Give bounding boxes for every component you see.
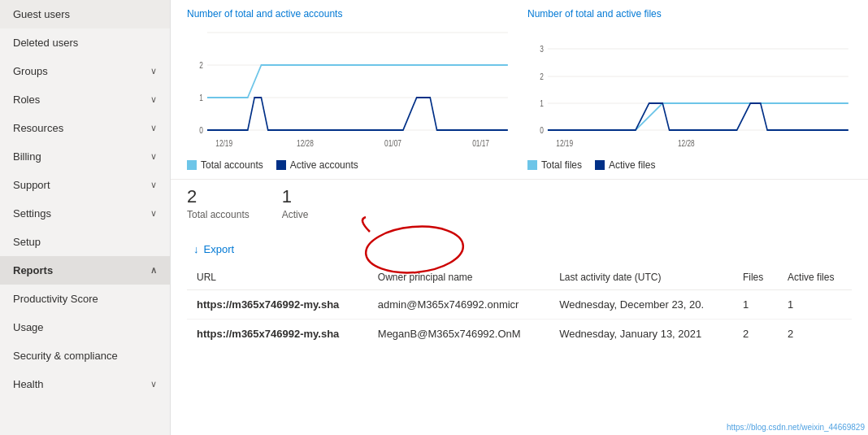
chevron-down-icon: ∨ (150, 208, 157, 219)
chevron-down-icon: ∨ (150, 379, 157, 389)
sidebar-item-label: Reports (13, 264, 53, 276)
sidebar-item-guest-users[interactable]: Guest users (0, 0, 170, 28)
data-table: URL Owner principal name Last activity d… (187, 265, 852, 348)
svg-text:0: 0 (199, 126, 203, 135)
right-chart-legend: Total files Active files (527, 159, 852, 171)
col-header-owner: Owner principal name (368, 265, 549, 290)
sidebar-item-productivity-score[interactable]: Productivity Score (0, 285, 170, 313)
sidebar-item-settings[interactable]: Settings ∨ (0, 199, 170, 228)
col-header-last-activity: Last activity date (UTC) (549, 265, 733, 290)
svg-text:12/28: 12/28 (678, 139, 695, 148)
table-header-row: URL Owner principal name Last activity d… (187, 265, 852, 290)
sidebar-item-label: Groups (13, 65, 48, 77)
left-chart-legend: Total accounts Active accounts (187, 159, 511, 171)
sidebar-item-label: Setup (13, 236, 41, 248)
cell-last-activity: Wednesday, January 13, 2021 (549, 320, 733, 349)
right-chart-title: Number of total and active files (527, 8, 852, 20)
svg-text:01/17: 01/17 (472, 139, 489, 148)
svg-text:3: 3 (540, 45, 544, 54)
left-chart-title: Number of total and active accounts (187, 8, 511, 20)
sidebar-item-security-compliance[interactable]: Security & compliance (0, 341, 170, 370)
sidebar-item-usage[interactable]: Usage (0, 313, 170, 341)
legend-color-box (527, 160, 537, 170)
export-button[interactable]: ↓ Export (187, 240, 241, 259)
sidebar-item-support[interactable]: Support ∨ (0, 171, 170, 199)
download-icon: ↓ (193, 243, 199, 255)
chevron-down-icon: ∨ (150, 66, 157, 76)
sidebar-item-label: Resources (13, 122, 63, 134)
cell-files: 1 (733, 290, 778, 320)
export-button-label: Export (204, 243, 235, 255)
sidebar-item-label: Productivity Score (13, 293, 98, 305)
legend-color-box (595, 160, 605, 170)
sidebar-item-resources[interactable]: Resources ∨ (0, 114, 170, 142)
charts-area: Number of total and active accounts 0 1 … (171, 0, 868, 180)
legend-label: Total accounts (201, 159, 263, 171)
cell-last-activity: Wednesday, December 23, 20. (549, 290, 733, 320)
watermark: https://blog.csdn.net/weixin_44669829 (727, 423, 865, 432)
sidebar-item-label: Usage (13, 321, 44, 333)
col-header-files: Files (733, 265, 778, 290)
right-chart: Number of total and active files 0 1 2 3… (527, 8, 852, 171)
svg-text:12/19: 12/19 (215, 139, 232, 148)
sidebar-item-label: Health (13, 378, 44, 390)
svg-text:2: 2 (540, 72, 544, 81)
svg-text:1: 1 (540, 99, 544, 108)
stat-active-label: Active (282, 209, 309, 220)
cell-owner: admin@M365x746992.onmicr (368, 290, 549, 320)
legend-color-box (276, 160, 286, 170)
chevron-down-icon: ∨ (150, 180, 157, 190)
cell-owner: MeganB@M365x746992.OnM (368, 320, 549, 349)
legend-label: Active accounts (290, 159, 358, 171)
cell-url: https://m365x746992-my.sha (187, 320, 368, 349)
cell-files: 2 (733, 320, 778, 349)
sidebar-item-roles[interactable]: Roles ∨ (0, 85, 170, 114)
chevron-down-icon: ∨ (150, 151, 157, 162)
sidebar-item-reports[interactable]: Reports ∧ (0, 256, 170, 285)
sidebar: Guest users Deleted users Groups ∨ Roles… (0, 0, 171, 435)
svg-text:2: 2 (199, 61, 203, 70)
sidebar-item-groups[interactable]: Groups ∨ (0, 57, 170, 85)
svg-text:0: 0 (540, 126, 544, 135)
right-chart-svg: 0 1 2 3 12/19 12/28 (527, 24, 852, 154)
stat-total-accounts: 2 Total accounts (187, 186, 250, 220)
cell-active-files: 1 (778, 290, 852, 320)
table-row: https://m365x746992-my.sha admin@M365x74… (187, 290, 852, 320)
svg-text:12/19: 12/19 (556, 139, 573, 148)
col-header-url: URL (187, 265, 368, 290)
legend-label: Total files (541, 159, 582, 171)
legend-total-files: Total files (527, 159, 582, 171)
svg-text:01/07: 01/07 (384, 139, 401, 148)
left-chart: Number of total and active accounts 0 1 … (187, 8, 511, 171)
sidebar-item-billing[interactable]: Billing ∨ (0, 142, 170, 171)
svg-text:12/28: 12/28 (297, 139, 314, 148)
table-row: https://m365x746992-my.sha MeganB@M365x7… (187, 320, 852, 349)
stat-active-value: 1 (282, 186, 309, 207)
legend-active-accounts: Active accounts (276, 159, 358, 171)
sidebar-item-label: Deleted users (13, 37, 78, 49)
svg-text:1: 1 (199, 94, 203, 102)
legend-active-files: Active files (595, 159, 655, 171)
sidebar-item-deleted-users[interactable]: Deleted users (0, 28, 170, 57)
left-chart-svg: 0 1 2 12/19 12/28 01/07 01/17 (187, 24, 511, 154)
sidebar-item-setup[interactable]: Setup (0, 228, 170, 256)
cell-url: https://m365x746992-my.sha (187, 290, 368, 320)
legend-color-box (187, 160, 197, 170)
legend-total-accounts: Total accounts (187, 159, 263, 171)
col-header-active-files: Active files (778, 265, 852, 290)
chevron-down-icon: ∨ (150, 123, 157, 133)
stats-row: 2 Total accounts 1 Active (171, 180, 868, 230)
sidebar-item-label: Settings (13, 207, 51, 220)
chevron-up-icon: ∧ (150, 265, 157, 276)
sidebar-item-label: Support (13, 179, 50, 191)
sidebar-item-label: Security & compliance (13, 350, 118, 362)
legend-label: Active files (609, 159, 655, 171)
sidebar-item-label: Guest users (13, 8, 70, 20)
stat-active: 1 Active (282, 186, 309, 220)
main-content: Number of total and active accounts 0 1 … (171, 0, 868, 435)
cell-active-files: 2 (778, 320, 852, 349)
sidebar-item-label: Roles (13, 94, 40, 106)
sidebar-item-health[interactable]: Health ∨ (0, 370, 170, 398)
stat-total-accounts-label: Total accounts (187, 209, 250, 220)
chevron-down-icon: ∨ (150, 94, 157, 105)
